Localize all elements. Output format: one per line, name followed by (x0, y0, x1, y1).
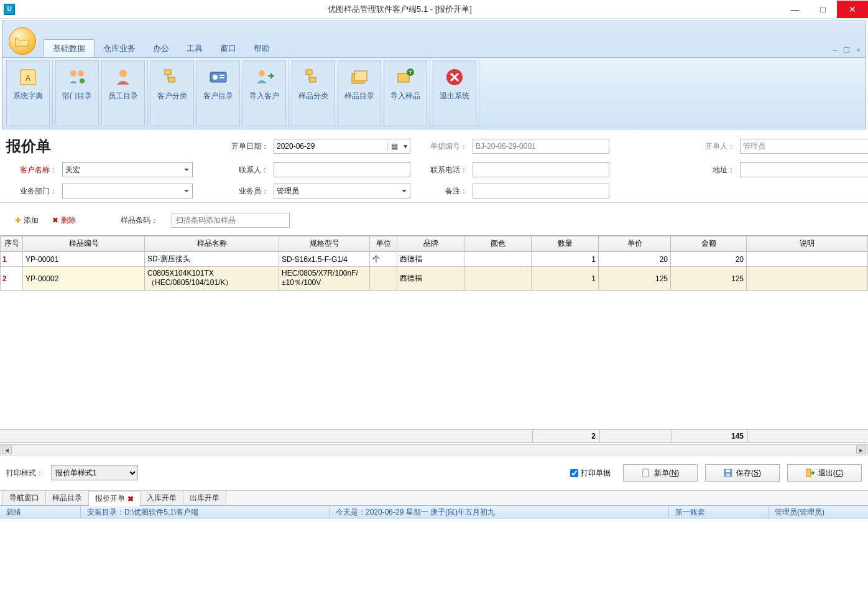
cell-spec[interactable]: SD-S16x1.5-F-G1/4 (279, 252, 370, 267)
table-row[interactable]: 1 YP-00001 SD-测压接头 SD-S16x1.5-F-G1/4 个 西… (1, 252, 868, 267)
cell-name[interactable]: SD-测压接头 (145, 252, 279, 267)
paren: ) (841, 469, 843, 477)
cell-unit[interactable] (370, 267, 397, 291)
col-unit[interactable]: 单位 (370, 236, 397, 251)
col-color[interactable]: 颜色 (464, 236, 532, 251)
cell-unit[interactable]: 个 (370, 252, 397, 267)
col-name[interactable]: 样品名称 (145, 236, 279, 251)
col-seq[interactable]: 序号 (1, 236, 23, 251)
cell-price[interactable]: 20 (599, 252, 671, 267)
minimize-button[interactable]: — (781, 1, 809, 18)
cell-color[interactable] (464, 267, 532, 291)
tab-stock-out[interactable]: 出库开单 (183, 490, 226, 505)
department-icon (67, 67, 87, 87)
cell-amount[interactable]: 125 (671, 267, 747, 291)
remark-field[interactable] (473, 184, 609, 198)
cell-qty[interactable]: 1 (532, 267, 599, 291)
delete-item-button[interactable]: ✖ 删除 (52, 215, 76, 226)
label: 删除 (61, 215, 76, 226)
date-input[interactable] (274, 141, 387, 152)
label: 退出( (818, 469, 836, 477)
app-menu-button[interactable] (9, 27, 36, 55)
col-amount[interactable]: 金额 (671, 236, 747, 251)
mdi-minimize-icon[interactable]: – (833, 46, 837, 55)
cell-code[interactable]: YP-00001 (23, 252, 145, 267)
ribbon-tab-warehouse[interactable]: 仓库业务 (95, 40, 144, 57)
print-doc-checkbox[interactable]: 打印单据 (570, 468, 611, 478)
status-user: 管理员(管理员) (769, 506, 868, 519)
cell-name[interactable]: C0805X104K101TX（HEC/0805/104/101/K） (145, 267, 279, 291)
col-code[interactable]: 样品编号 (23, 236, 145, 251)
sales-select[interactable] (274, 184, 410, 198)
ribbon-btn-customer-dir[interactable]: 客户目录 (196, 60, 240, 126)
sum-amount: 145 (672, 430, 747, 442)
ribbon-btn-sample-dir[interactable]: 样品目录 (338, 60, 381, 126)
ribbon-tab-office[interactable]: 办公 (144, 40, 178, 57)
phone-field[interactable] (473, 162, 609, 177)
scroll-left-icon[interactable]: ◄ (2, 445, 12, 454)
ribbon-tab-help[interactable]: 帮助 (245, 40, 279, 57)
window-title: 优图样品管理软件客户端5.1 - [报价开单] (19, 4, 781, 15)
address-field[interactable] (740, 162, 868, 177)
close-tab-icon[interactable]: ✖ (127, 495, 134, 503)
tab-stock-in[interactable]: 入库开单 (140, 490, 183, 505)
col-desc[interactable]: 说明 (747, 236, 868, 251)
print-style-select[interactable]: 报价单样式1 (51, 465, 138, 480)
close-button[interactable]: ✕ (837, 1, 868, 18)
new-doc-icon (642, 469, 650, 477)
cell-code[interactable]: YP-00002 (23, 267, 145, 291)
table-row[interactable]: 2 YP-00002 C0805X104K101TX（HEC/0805/104/… (1, 267, 868, 291)
quote-form: 报价单 开单日期： ▦ ▾ 单据编号： 开单人： 客户名称： 联系人： 联系电话… (0, 131, 868, 203)
ribbon-btn-customer-category[interactable]: 客户分类 (150, 60, 194, 126)
save-button[interactable]: 保存(S) (705, 464, 780, 482)
checkbox[interactable] (570, 469, 578, 477)
cell-brand[interactable]: 西德福 (397, 252, 464, 267)
col-brand[interactable]: 品牌 (397, 236, 464, 251)
ribbon-btn-exit[interactable]: 退出系统 (433, 60, 476, 126)
tab-sample-dir[interactable]: 样品目录 (45, 490, 89, 505)
cell-qty[interactable]: 1 (532, 252, 599, 267)
cell-price[interactable]: 125 (599, 267, 671, 291)
ribbon-btn-import-customer[interactable]: 导入客户 (242, 60, 286, 126)
calendar-icon[interactable]: ▦ (387, 142, 401, 151)
chevron-down-icon[interactable]: ▾ (401, 142, 410, 151)
ribbon-btn-emp-dir[interactable]: 员工目录 (101, 60, 145, 126)
tab-nav-window[interactable]: 导航窗口 (2, 490, 46, 505)
cell-desc[interactable] (747, 252, 868, 267)
col-spec[interactable]: 规格型号 (279, 236, 370, 251)
tab-quote[interactable]: 报价开单 ✖ (88, 491, 141, 506)
customer-select[interactable] (62, 162, 193, 177)
exit-button[interactable]: 退出(C) (787, 464, 862, 482)
col-price[interactable]: 单价 (599, 236, 671, 251)
dept-select[interactable] (62, 184, 193, 198)
scroll-right-icon[interactable]: ► (856, 445, 866, 454)
label: 报价开单 (95, 493, 125, 504)
label: 员工目录 (108, 91, 138, 101)
barcode-input[interactable] (172, 213, 290, 228)
ribbon-btn-system-dict[interactable]: A 系统字典 (6, 60, 50, 126)
svg-rect-23 (726, 470, 730, 472)
col-qty[interactable]: 数量 (532, 236, 599, 251)
svg-point-3 (78, 70, 84, 77)
cell-seq: 1 (1, 252, 23, 267)
ribbon-tab-tools[interactable]: 工具 (178, 40, 211, 57)
add-item-button[interactable]: ✚ 添加 (15, 215, 39, 226)
ribbon-btn-sample-category[interactable]: 样品分类 (292, 60, 335, 126)
cell-amount[interactable]: 20 (671, 252, 747, 267)
mdi-close-icon[interactable]: × (856, 46, 861, 55)
cell-spec[interactable]: HEC/0805/X7R/100nF/±10％/100V (279, 267, 370, 291)
contact-field[interactable] (274, 162, 410, 177)
ribbon-btn-import-sample[interactable]: + 导入样品 (384, 60, 427, 126)
date-field[interactable]: ▦ ▾ (274, 139, 410, 154)
ribbon-tab-basic-data[interactable]: 基础数据 (44, 39, 95, 57)
ribbon-btn-dept-dir[interactable]: 部门目录 (55, 60, 99, 126)
cell-brand[interactable]: 西德福 (397, 267, 464, 291)
new-button[interactable]: 新单(N) (623, 464, 698, 482)
ribbon-tab-window[interactable]: 窗口 (211, 40, 245, 57)
maximize-button[interactable]: □ (809, 1, 837, 18)
exit-icon (445, 67, 464, 87)
cell-desc[interactable] (747, 267, 868, 291)
mdi-restore-icon[interactable]: ❐ (843, 46, 850, 55)
horizontal-scrollbar[interactable]: ◄ ► (0, 444, 868, 455)
cell-color[interactable] (464, 252, 532, 267)
